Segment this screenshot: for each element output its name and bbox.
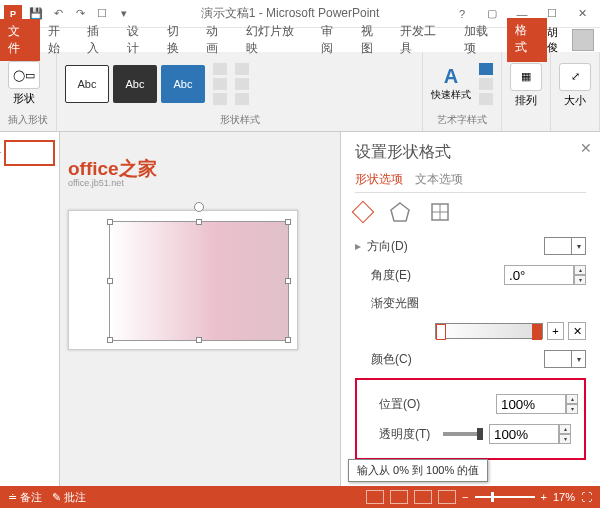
fit-slide-icon[interactable]: ⛶ [581, 491, 592, 503]
prop-angle: 角度(E) ▴▾ [355, 265, 586, 285]
user-name: 胡俊 [547, 25, 569, 55]
group-wordart-styles: A 快速样式 艺术字样式 [423, 52, 502, 131]
remove-stop-icon[interactable]: ✕ [568, 322, 586, 340]
quick-styles-button[interactable]: A 快速样式 [431, 65, 471, 102]
prop-color: 颜色(C) ▾ [355, 350, 586, 368]
avatar[interactable] [572, 29, 594, 51]
zoom-level[interactable]: 17% [553, 491, 575, 503]
rotate-handle[interactable] [194, 202, 204, 212]
resize-handle[interactable] [196, 219, 202, 225]
fill-line-icon[interactable] [352, 201, 375, 224]
watermark-sub: office.jb51.net [68, 178, 124, 188]
arrange-button[interactable]: ▦ 排列 [510, 63, 542, 108]
transparency-slider[interactable] [443, 432, 483, 436]
arrange-icon: ▦ [510, 63, 542, 91]
pane-title: 设置形状格式 [355, 142, 586, 163]
arrange-label: 排列 [515, 93, 537, 108]
zoom-slider[interactable] [475, 496, 535, 498]
group-label [510, 114, 542, 127]
effects-icon[interactable] [389, 201, 411, 225]
slide-thumb-1[interactable]: 1 [4, 140, 55, 166]
resize-handle[interactable] [285, 278, 291, 284]
resize-handle[interactable] [107, 219, 113, 225]
tooltip: 输入从 0% 到 100% 的值 [348, 459, 488, 482]
ribbon-tabs: 文件 开始 插入 设计 切换 动画 幻灯片放映 审阅 视图 开发工具 加载项 格… [0, 28, 600, 52]
text-fill-outline[interactable] [479, 63, 493, 105]
shape-fill-outline[interactable] [235, 63, 249, 105]
highlighted-region: 位置(O) ▴▾ 透明度(T) ▴▾ [355, 378, 586, 460]
gradient-stop[interactable] [436, 324, 446, 340]
slideshow-view-icon[interactable] [438, 490, 456, 504]
reading-view-icon[interactable] [414, 490, 432, 504]
pane-close-icon[interactable]: ✕ [580, 140, 592, 156]
pane-tab-text[interactable]: 文本选项 [415, 171, 463, 188]
status-bar: ≐ 备注 ✎ 批注 − + 17% ⛶ [0, 486, 600, 508]
zoom-in[interactable]: + [541, 491, 547, 503]
collapse-icon[interactable]: ▸ [355, 239, 361, 253]
size-props-icon[interactable] [429, 201, 451, 225]
group-label: 形状样式 [65, 111, 414, 127]
pane-tab-shape[interactable]: 形状选项 [355, 171, 403, 188]
close-icon[interactable]: ✕ [568, 4, 596, 24]
angle-input[interactable] [504, 265, 574, 285]
user-area[interactable]: 胡俊 [547, 25, 600, 55]
svg-marker-0 [391, 203, 409, 221]
shape-gallery-icon: ◯▭ [8, 61, 40, 89]
format-shape-pane: ✕ 设置形状格式 形状选项 文本选项 ▸ 方向(D) ▾ 角度(E) ▴▾ 渐变… [340, 132, 600, 486]
resize-handle[interactable] [285, 337, 291, 343]
size-label: 大小 [564, 93, 586, 108]
group-label: 艺术字样式 [431, 111, 493, 127]
notes-button[interactable]: ≐ 备注 [8, 490, 42, 505]
group-size: ⤢ 大小 [551, 52, 600, 131]
group-label [559, 114, 591, 127]
angle-label: 角度(E) [371, 267, 451, 284]
angle-spinner[interactable]: ▴▾ [574, 265, 586, 285]
slide-editor[interactable]: office之家 office.jb51.net [60, 132, 340, 486]
style-sample-2[interactable]: Abc [113, 65, 157, 103]
size-icon: ⤢ [559, 63, 591, 91]
position-input[interactable] [496, 394, 566, 414]
gradient-track[interactable] [435, 323, 543, 339]
resize-handle[interactable] [107, 337, 113, 343]
quick-styles-label: 快速样式 [431, 88, 471, 102]
group-shape-styles: Abc Abc Abc 形状样式 [57, 52, 423, 131]
size-button[interactable]: ⤢ 大小 [559, 63, 591, 108]
zoom-out[interactable]: − [462, 491, 468, 503]
position-spinner[interactable]: ▴▾ [566, 394, 578, 414]
sorter-view-icon[interactable] [390, 490, 408, 504]
prop-direction: ▸ 方向(D) ▾ [355, 237, 586, 255]
style-sample-1[interactable]: Abc [65, 65, 109, 103]
direction-picker[interactable] [544, 237, 572, 255]
comments-button[interactable]: ✎ 批注 [52, 490, 86, 505]
add-stop-icon[interactable]: + [547, 322, 565, 340]
prop-gradient-stops: 渐变光圈 [355, 295, 586, 312]
wordart-icon: A [444, 65, 458, 88]
pane-tabs: 形状选项 文本选项 [355, 171, 586, 193]
dropdown-icon[interactable]: ▾ [572, 350, 586, 368]
direction-label: 方向(D) [367, 238, 447, 255]
group-label: 插入形状 [8, 111, 48, 127]
shapes-label: 形状 [13, 91, 35, 106]
prop-position: 位置(O) ▴▾ [363, 394, 578, 414]
normal-view-icon[interactable] [366, 490, 384, 504]
gradient-stop-active[interactable] [532, 324, 542, 340]
gradient-stops-label: 渐变光圈 [371, 295, 451, 312]
pane-category-icons [355, 201, 586, 225]
transparency-label: 透明度(T) [379, 426, 443, 443]
group-arrange: ▦ 排列 [502, 52, 551, 131]
style-sample-3[interactable]: Abc [161, 65, 205, 103]
dropdown-icon[interactable]: ▾ [572, 237, 586, 255]
slide-number: 1 [0, 144, 2, 155]
color-swatch[interactable] [544, 350, 572, 368]
resize-handle[interactable] [196, 337, 202, 343]
slide-canvas[interactable] [68, 210, 298, 350]
transparency-spinner[interactable]: ▴▾ [559, 424, 571, 444]
resize-handle[interactable] [285, 219, 291, 225]
style-more[interactable] [213, 63, 227, 105]
transparency-input[interactable] [489, 424, 559, 444]
shapes-button[interactable]: ◯▭ 形状 [8, 61, 40, 106]
slide-thumbnails: 1 [0, 132, 60, 486]
group-insert-shapes: ◯▭ 形状 插入形状 [0, 52, 57, 131]
selected-shape[interactable] [109, 221, 289, 341]
resize-handle[interactable] [107, 278, 113, 284]
